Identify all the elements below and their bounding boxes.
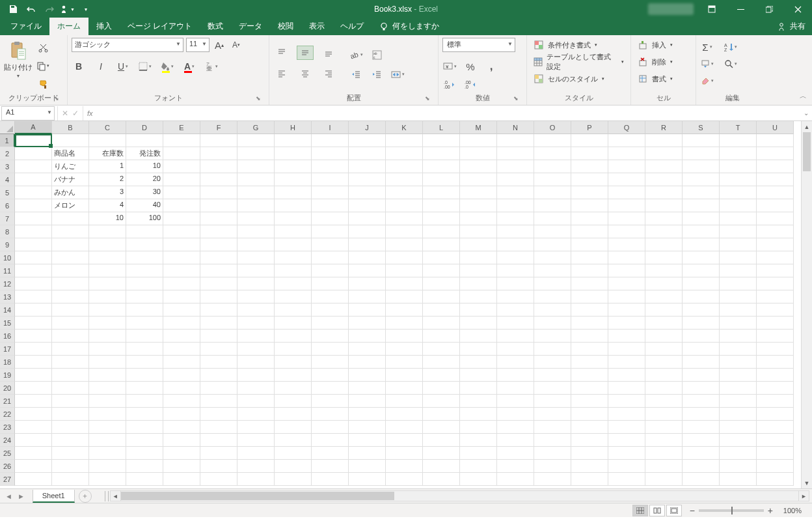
cell[interactable] <box>720 317 757 330</box>
cell[interactable] <box>757 408 794 421</box>
cell[interactable] <box>15 408 52 421</box>
cell[interactable] <box>237 238 275 251</box>
cell[interactable] <box>126 460 163 473</box>
cell[interactable] <box>720 199 757 212</box>
cell[interactable] <box>720 225 757 238</box>
cell[interactable] <box>200 330 237 343</box>
align-top-icon[interactable] <box>273 46 290 60</box>
cell[interactable] <box>386 147 423 160</box>
cell[interactable] <box>645 238 683 251</box>
cell[interactable] <box>608 277 645 290</box>
cell[interactable] <box>312 356 349 369</box>
cell[interactable] <box>497 303 534 317</box>
cell[interactable] <box>163 212 200 225</box>
cell[interactable] <box>720 147 757 160</box>
cell[interactable] <box>460 330 497 343</box>
cell[interactable] <box>312 330 349 343</box>
cell[interactable] <box>15 369 52 382</box>
column-header[interactable]: L <box>423 121 460 134</box>
cell[interactable]: 30 <box>126 186 163 199</box>
cell[interactable] <box>126 238 163 251</box>
cell[interactable] <box>200 382 237 395</box>
cell[interactable] <box>163 173 200 186</box>
cell[interactable] <box>645 330 683 343</box>
row-header[interactable]: 1 <box>0 134 15 147</box>
cell[interactable] <box>237 434 275 447</box>
cell[interactable] <box>460 447 497 460</box>
cell[interactable] <box>386 421 423 434</box>
cell[interactable] <box>497 356 534 369</box>
cell[interactable] <box>423 147 460 160</box>
cell[interactable] <box>460 264 497 277</box>
cell[interactable] <box>423 382 460 395</box>
row-header[interactable]: 21 <box>0 395 15 408</box>
cell[interactable] <box>237 408 275 421</box>
cell[interactable] <box>534 225 571 238</box>
cell[interactable] <box>237 356 275 369</box>
cell[interactable] <box>15 382 52 395</box>
cell[interactable] <box>608 251 645 264</box>
cell[interactable] <box>89 303 126 317</box>
cell[interactable] <box>237 382 275 395</box>
cell[interactable] <box>349 303 386 317</box>
close-icon[interactable] <box>783 0 812 18</box>
cell[interactable] <box>720 251 757 264</box>
cell[interactable] <box>645 473 683 486</box>
cell[interactable] <box>237 277 275 290</box>
cell[interactable] <box>683 447 720 460</box>
cell[interactable] <box>163 330 200 343</box>
tab-view[interactable]: 表示 <box>301 18 332 35</box>
cell[interactable] <box>423 199 460 212</box>
cell[interactable] <box>645 160 683 173</box>
cell[interactable] <box>52 421 89 434</box>
cell[interactable] <box>571 277 608 290</box>
cell[interactable] <box>757 186 794 199</box>
cell[interactable]: 発注数 <box>126 147 163 160</box>
comma-style-icon[interactable]: , <box>484 60 498 73</box>
cell[interactable] <box>15 147 52 160</box>
cell[interactable] <box>645 356 683 369</box>
cell[interactable] <box>423 225 460 238</box>
cell[interactable] <box>460 199 497 212</box>
cell[interactable] <box>608 382 645 395</box>
cell[interactable] <box>312 160 349 173</box>
cell[interactable] <box>534 303 571 317</box>
enter-formula-icon[interactable]: ✓ <box>72 109 79 118</box>
cell[interactable] <box>15 264 52 277</box>
cell[interactable] <box>386 251 423 264</box>
cell[interactable] <box>757 434 794 447</box>
cell[interactable] <box>534 356 571 369</box>
cell[interactable] <box>608 317 645 330</box>
row-header[interactable]: 12 <box>0 277 15 290</box>
cell[interactable] <box>312 225 349 238</box>
undo-icon[interactable] <box>23 1 39 17</box>
cell[interactable] <box>312 473 349 486</box>
cell[interactable] <box>126 382 163 395</box>
cell[interactable] <box>571 317 608 330</box>
cell[interactable] <box>89 421 126 434</box>
row-header[interactable]: 24 <box>0 434 15 447</box>
prev-sheet-icon[interactable]: ◄ <box>5 492 12 500</box>
cell[interactable] <box>126 395 163 408</box>
row-header[interactable]: 26 <box>0 460 15 473</box>
font-size-select[interactable]: 11▼ <box>186 38 210 52</box>
cell[interactable] <box>126 356 163 369</box>
cell[interactable] <box>497 134 534 147</box>
cell[interactable] <box>386 303 423 317</box>
cell[interactable] <box>720 395 757 408</box>
cell[interactable] <box>720 160 757 173</box>
cell[interactable] <box>15 199 52 212</box>
cell[interactable]: みかん <box>52 186 89 199</box>
cell[interactable] <box>534 290 571 303</box>
cell[interactable] <box>126 264 163 277</box>
cell[interactable] <box>534 199 571 212</box>
cell[interactable] <box>571 473 608 486</box>
cell[interactable] <box>89 434 126 447</box>
cell[interactable] <box>89 277 126 290</box>
cell[interactable] <box>571 421 608 434</box>
cell[interactable] <box>683 434 720 447</box>
cell[interactable] <box>386 212 423 225</box>
cell[interactable] <box>386 434 423 447</box>
cell[interactable] <box>349 251 386 264</box>
row-header[interactable]: 25 <box>0 447 15 460</box>
